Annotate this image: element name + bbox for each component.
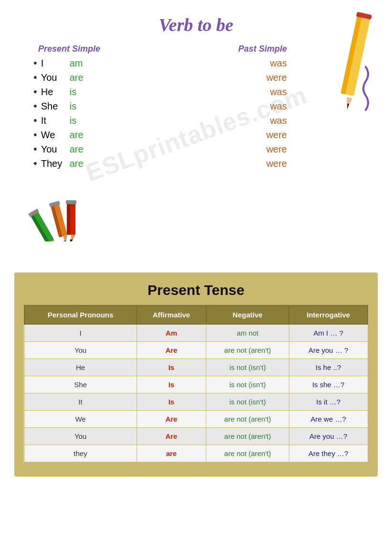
pronoun-cell: I <box>24 324 137 342</box>
negative-cell: is not (isn't) <box>206 359 289 376</box>
interrogative-cell: Is he ..? <box>289 359 368 376</box>
verb-list-item: • She is was <box>29 100 363 112</box>
affirmative-value: Is <box>169 381 175 389</box>
svg-marker-12 <box>63 235 69 241</box>
negative-value: are not (aren't) <box>224 346 271 354</box>
present-form: are <box>70 144 98 155</box>
present-form: is <box>70 115 98 126</box>
affirmative-value: Are <box>165 432 177 440</box>
pronoun-cell: It <box>24 393 137 411</box>
present-form: are <box>70 158 98 169</box>
pronoun-cell: You <box>24 342 137 359</box>
present-form: is <box>70 87 98 98</box>
affirmative-cell: Are <box>137 342 206 359</box>
interrogative-cell: Is she …? <box>289 376 368 393</box>
verb-list-item: • He is was <box>29 86 363 98</box>
table-row: ItIsis not (isn't)Is it …? <box>24 393 368 411</box>
affirmative-value: Is <box>169 363 175 371</box>
past-header: Past Simple <box>238 44 287 54</box>
affirmative-cell: Am <box>137 324 206 342</box>
pencil-top-right-icon <box>335 10 378 120</box>
pronoun-label: It <box>41 115 70 126</box>
affirmative-cell: Is <box>137 359 206 376</box>
columns-header: Present Simple Past Simple <box>29 44 363 54</box>
table-row: YouAreare not (aren't)Are you …? <box>24 428 368 445</box>
negative-value: are not (aren't) <box>224 415 271 423</box>
table-row: YouAreare not (aren't)Are you … ? <box>24 342 368 359</box>
table-header-cell: Affirmative <box>137 305 206 324</box>
interrogative-cell: Is it …? <box>289 393 368 411</box>
grammar-table: Personal PronounsAffirmativeNegativeInte… <box>24 305 368 462</box>
table-row: HeIsis not (isn't)Is he ..? <box>24 359 368 376</box>
table-row: WeAreare not (aren't)Are we …? <box>24 411 368 428</box>
present-form: is <box>70 101 98 112</box>
bottom-section: Present Tense Personal PronounsAffirmati… <box>14 272 378 477</box>
verb-list-item: • It is was <box>29 114 363 127</box>
affirmative-cell: Are <box>137 411 206 428</box>
bullet-icon: • <box>33 129 37 141</box>
verb-list-item: • We are were <box>29 129 363 141</box>
negative-cell: am not <box>206 324 289 342</box>
table-row: IAmam notAm I … ? <box>24 324 368 342</box>
negative-cell: are not (aren't) <box>206 428 289 445</box>
interrogative-cell: Are they …? <box>289 445 368 462</box>
table-header-cell: Interrogative <box>289 305 368 324</box>
present-form: are <box>70 72 98 83</box>
interrogative-value: Am I … ? <box>313 329 343 337</box>
pronoun-label: She <box>41 101 70 112</box>
pronoun-label: You <box>41 72 70 83</box>
verb-list-item: • They are were <box>29 157 363 170</box>
interrogative-value: Is it …? <box>316 398 340 406</box>
interrogative-cell: Am I … ? <box>289 324 368 342</box>
bullet-icon: • <box>33 157 37 170</box>
interrogative-value: Are they …? <box>308 449 348 457</box>
affirmative-cell: Is <box>137 376 206 393</box>
negative-value: are not (aren't) <box>224 449 271 457</box>
verb-list-item: • You are were <box>29 143 363 155</box>
pronoun-cell: We <box>24 411 137 428</box>
affirmative-value: Are <box>165 346 177 354</box>
top-section: Verb to be Present Simple Past Simple • … <box>0 0 392 268</box>
pronoun-label: They <box>41 158 70 169</box>
interrogative-cell: Are you …? <box>289 428 368 445</box>
bullet-icon: • <box>33 143 37 155</box>
pronoun-cell: She <box>24 376 137 393</box>
affirmative-cell: are <box>137 445 206 462</box>
negative-value: is not (isn't) <box>229 398 265 406</box>
pronoun-label: I <box>41 58 70 69</box>
bullet-icon: • <box>33 57 37 69</box>
negative-cell: is not (isn't) <box>206 393 289 411</box>
pronoun-cell: they <box>24 445 137 462</box>
past-form: were <box>266 158 363 169</box>
table-row: theyareare not (aren't)Are they …? <box>24 445 368 462</box>
negative-value: is not (isn't) <box>229 363 265 371</box>
verb-list: • I am was • You are were • He is was • … <box>29 57 363 170</box>
negative-cell: is not (isn't) <box>206 376 289 393</box>
interrogative-cell: Are we …? <box>289 411 368 428</box>
svg-marker-3 <box>346 104 349 110</box>
verb-list-item: • I am was <box>29 57 363 69</box>
table-header-cell: Personal Pronouns <box>24 305 137 324</box>
negative-cell: are not (aren't) <box>206 411 289 428</box>
interrogative-cell: Are you … ? <box>289 342 368 359</box>
interrogative-value: Are you … ? <box>308 346 348 354</box>
table-row: SheIsis not (isn't)Is she …? <box>24 376 368 393</box>
pronoun-cell: He <box>24 359 137 376</box>
pronoun-label: You <box>41 144 70 155</box>
negative-value: is not (isn't) <box>229 381 265 389</box>
table-header-cell: Negative <box>206 305 289 324</box>
affirmative-value: Am <box>166 329 177 337</box>
svg-rect-16 <box>67 202 70 235</box>
negative-value: am not <box>237 329 259 337</box>
pronoun-label: We <box>41 130 70 141</box>
negative-cell: are not (aren't) <box>206 445 289 462</box>
interrogative-value: Is she …? <box>312 381 345 389</box>
bullet-icon: • <box>33 100 37 112</box>
bullet-icon: • <box>33 114 37 127</box>
pronoun-label: He <box>41 87 70 98</box>
svg-marker-2 <box>344 97 352 110</box>
bullet-icon: • <box>33 86 37 98</box>
page-title: Verb to be <box>29 14 363 35</box>
interrogative-value: Are you …? <box>309 432 347 440</box>
affirmative-cell: Is <box>137 393 206 411</box>
